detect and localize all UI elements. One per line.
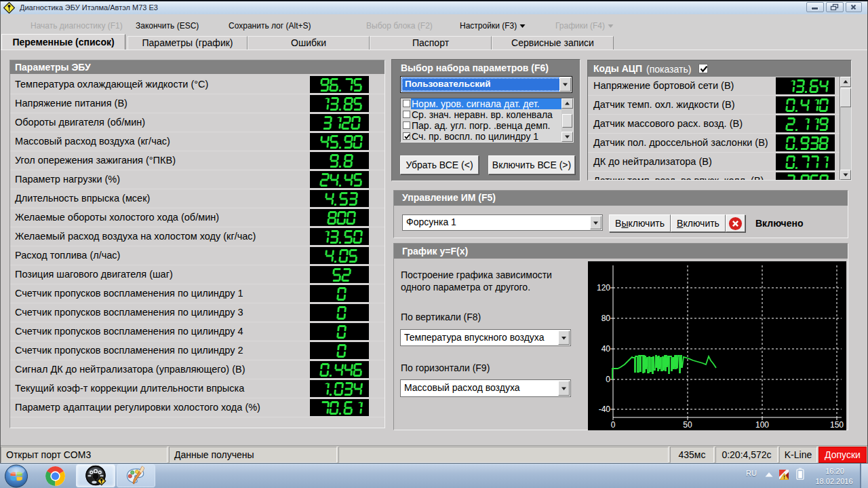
svg-text:150: 150 <box>830 420 844 430</box>
svg-text:100: 100 <box>755 420 769 430</box>
svg-text:80: 80 <box>601 314 611 323</box>
svg-text:-40: -40 <box>599 405 611 414</box>
svg-text:40: 40 <box>601 344 611 354</box>
svg-text:120: 120 <box>597 283 610 293</box>
svg-text:0: 0 <box>611 420 616 430</box>
svg-text:0: 0 <box>606 375 610 384</box>
svg-text:50: 50 <box>683 420 692 430</box>
